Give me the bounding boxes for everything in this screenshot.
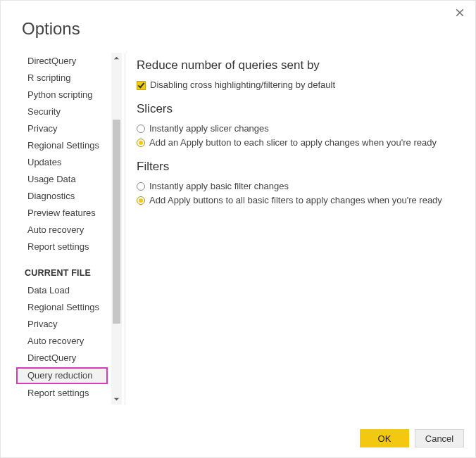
sidebar-item-privacy-file[interactable]: Privacy	[16, 316, 108, 333]
section-heading-slicers: Slicers	[137, 102, 461, 116]
sidebar-item-regional-settings[interactable]: Regional Settings	[16, 137, 108, 154]
radio-filter-apply-button[interactable]	[137, 196, 145, 205]
sidebar-item-auto-recovery-file[interactable]: Auto recovery	[16, 333, 108, 350]
sidebar-item-diagnostics[interactable]: Diagnostics	[16, 188, 108, 205]
cancel-button[interactable]: Cancel	[415, 429, 464, 447]
sidebar-item-updates[interactable]: Updates	[16, 154, 108, 171]
options-content: Reduce number of queries sent by Disabli…	[137, 53, 475, 412]
radio-label-filter-apply-button: Add Apply buttons to all basic filters t…	[149, 195, 442, 206]
scroll-up-button[interactable]	[111, 53, 122, 63]
sidebar-item-directquery[interactable]: DirectQuery	[16, 53, 108, 70]
scroll-thumb[interactable]	[113, 120, 120, 324]
radio-slicer-apply-button[interactable]	[137, 139, 145, 147]
dialog-title: Options	[1, 1, 475, 53]
sidebar-item-directquery-file[interactable]: DirectQuery	[16, 350, 108, 367]
sidebar-scrollbar[interactable]	[111, 53, 122, 405]
checkbox-disable-cross-highlight[interactable]	[137, 81, 146, 90]
radio-label-slicer-apply-button: Add an Apply button to each slicer to ap…	[149, 137, 437, 148]
radio-slicer-instant[interactable]	[137, 125, 145, 133]
section-heading-filters: Filters	[137, 160, 461, 174]
sidebar-item-auto-recovery[interactable]: Auto recovery	[16, 222, 108, 238]
sidebar-item-regional-settings-file[interactable]: Regional Settings	[16, 299, 108, 316]
sidebar-item-r-scripting[interactable]: R scripting	[16, 70, 108, 87]
sidebar-item-preview-features[interactable]: Preview features	[16, 205, 108, 222]
radio-filter-instant[interactable]	[137, 182, 145, 191]
radio-label-filter-instant: Instantly apply basic filter changes	[149, 181, 289, 192]
checkbox-label-disable-cross-highlight: Disabling cross highlighting/filtering b…	[150, 79, 335, 91]
vertical-divider	[125, 53, 125, 405]
sidebar-item-usage-data[interactable]: Usage Data	[16, 171, 108, 188]
sidebar-item-query-reduction[interactable]: Query reduction	[16, 367, 108, 384]
sidebar-item-security[interactable]: Security	[16, 103, 108, 120]
sidebar-item-report-settings-file[interactable]: Report settings	[16, 385, 108, 402]
ok-button[interactable]: OK	[360, 429, 409, 447]
sidebar-item-report-settings[interactable]: Report settings	[16, 238, 108, 255]
scroll-track[interactable]	[111, 63, 122, 394]
close-icon[interactable]	[454, 8, 465, 19]
options-sidebar: DirectQuery R scripting Python scripting…	[16, 53, 108, 405]
sidebar-item-privacy[interactable]: Privacy	[16, 120, 108, 137]
sidebar-item-data-load[interactable]: Data Load	[16, 282, 108, 299]
radio-label-slicer-instant: Instantly apply slicer changes	[149, 123, 269, 134]
sidebar-item-python-scripting[interactable]: Python scripting	[16, 87, 108, 103]
sidebar-header-current-file: CURRENT FILE	[16, 255, 108, 282]
section-heading-reduce-queries: Reduce number of queries sent by	[137, 58, 461, 72]
scroll-down-button[interactable]	[111, 394, 122, 405]
